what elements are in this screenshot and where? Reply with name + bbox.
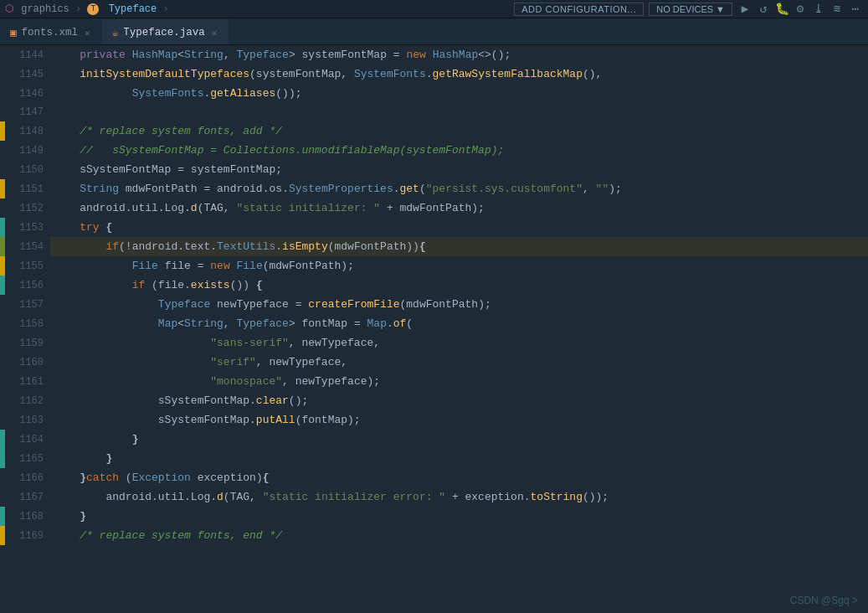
java-icon: ☕ — [112, 26, 119, 39]
tab-typeface-java-close[interactable]: ✕ — [210, 28, 219, 39]
line-content-1164: } — [50, 430, 868, 449]
table-row: 1162 sSystemFontMap.clear(); — [0, 391, 868, 410]
table-row: 1152 android.util.Log.d(TAG, "static ini… — [0, 198, 868, 218]
line-marker-teal — [0, 430, 5, 449]
line-content-1161: "monospace", newTypeface); — [50, 372, 868, 391]
line-content-1154: if(!android.text.TextUtils.isEmpty(mdwFo… — [50, 237, 868, 256]
line-content-1159: "sans-serif", newTypeface, — [50, 333, 868, 353]
line-content-1165: } — [50, 449, 868, 468]
toolbar-icons: ▶ ↺ 🐛 ⚙ ⤓ ≋ ⋯ — [737, 2, 863, 16]
table-row: 1151 String mdwFontPath = android.os.Sys… — [0, 179, 868, 198]
line-content-1147 — [50, 103, 868, 121]
line-content-1168: } — [50, 507, 868, 526]
table-row: 1156 if (file.exists()) { — [0, 276, 868, 295]
line-number-1160: 1160 — [0, 353, 50, 372]
no-devices-button[interactable]: NO DEVICES ▼ — [649, 3, 732, 16]
line-number-1144: 1144 — [0, 45, 50, 64]
tab-bar: ▣ fonts.xml ✕ ☕ Typeface.java ✕ — [0, 18, 868, 45]
line-number-1163: 1163 — [0, 410, 50, 430]
line-marker-yellow — [0, 179, 5, 198]
build-icon[interactable]: ⚙ — [793, 2, 808, 16]
line-number-1156: 1156 — [0, 276, 50, 295]
watermark: CSDN @Sgq > — [790, 595, 858, 606]
table-row: 1158 Map<String, Typeface> fontMap = Map… — [0, 314, 868, 333]
line-content-1158: Map<String, Typeface> fontMap = Map.of( — [50, 314, 868, 333]
run-icon[interactable]: ▶ — [737, 2, 752, 16]
line-number-1145: 1145 — [0, 64, 50, 84]
line-marker-teal — [0, 507, 5, 526]
breadcrumb-sep1: › — [75, 3, 87, 15]
table-row: 1145 initSystemDefaultTypefaces(systemFo… — [0, 64, 868, 84]
toolbar-right: ADD CONFIGURATION... NO DEVICES ▼ ▶ ↺ 🐛 … — [514, 2, 863, 16]
more-icon[interactable]: ⋯ — [848, 2, 863, 16]
table-row: 1159 "sans-serif", newTypeface, — [0, 333, 868, 353]
table-row: 1149 // sSystemFontMap = Collections.unm… — [0, 141, 868, 160]
table-row: 1155 File file = new File(mdwFontPath); — [0, 256, 868, 276]
profile-icon[interactable]: ≋ — [829, 2, 845, 16]
line-marker-olive — [0, 237, 5, 256]
line-content-1166: }catch (Exception exception){ — [50, 468, 868, 487]
tab-typeface-java-label: Typeface.java — [123, 27, 205, 39]
table-row: 1148 /* replace system fonts, add */ — [0, 121, 868, 141]
table-row: 1144 private HashMap<String, Typeface> s… — [0, 45, 868, 64]
tab-fonts-xml[interactable]: ▣ fonts.xml ✕ — [0, 19, 102, 44]
line-number-1157: 1157 — [0, 295, 50, 314]
line-content-1144: private HashMap<String, Typeface> system… — [50, 45, 868, 64]
code-area: 1144 private HashMap<String, Typeface> s… — [0, 45, 868, 613]
breadcrumb-sep2: › — [162, 3, 168, 15]
line-content-1151: String mdwFontPath = android.os.SystemPr… — [50, 179, 868, 198]
line-content-1163: sSystemFontMap.putAll(fontMap); — [50, 410, 868, 430]
table-row: 1157 Typeface newTypeface = createFromFi… — [0, 295, 868, 314]
line-content-1153: try { — [50, 218, 868, 237]
line-number-1148: 1148 — [0, 121, 50, 141]
refresh-icon[interactable]: ↺ — [756, 2, 771, 16]
line-marker-yellow — [0, 256, 5, 276]
graphics-icon: ⬡ — [5, 3, 13, 15]
line-number-1169: 1169 — [0, 526, 50, 545]
line-content-1162: sSystemFontMap.clear(); — [50, 391, 868, 410]
line-number-1152: 1152 — [0, 198, 50, 218]
breadcrumb-graphics[interactable]: graphics — [21, 3, 69, 15]
table-row: 1154 if(!android.text.TextUtils.isEmpty(… — [0, 237, 868, 256]
line-number-1155: 1155 — [0, 256, 50, 276]
line-content-1155: File file = new File(mdwFontPath); — [50, 256, 868, 276]
table-row: 1153 try { — [0, 218, 868, 237]
line-content-1145: initSystemDefaultTypefaces(systemFontMap… — [50, 64, 868, 84]
table-row: 1168 } — [0, 507, 868, 526]
table-row: 1163 sSystemFontMap.putAll(fontMap); — [0, 410, 868, 430]
line-number-1168: 1168 — [0, 507, 50, 526]
table-row: 1166 }catch (Exception exception){ — [0, 468, 868, 487]
table-row: 1169 /* replace system fonts, end */ — [0, 526, 868, 545]
line-number-1154: 1154 — [0, 237, 50, 256]
table-row: 1160 "serif", newTypeface, — [0, 353, 868, 372]
line-content-1167: android.util.Log.d(TAG, "static initiali… — [50, 487, 868, 507]
table-row: 1165 } — [0, 449, 868, 468]
tab-fonts-xml-label: fonts.xml — [22, 27, 79, 39]
table-row: 1167 android.util.Log.d(TAG, "static ini… — [0, 487, 868, 507]
breadcrumb-typeface[interactable]: Typeface — [109, 3, 157, 15]
xml-icon: ▣ — [10, 26, 17, 39]
line-number-1165: 1165 — [0, 449, 50, 468]
typeface-badge-icon: T — [87, 3, 99, 15]
tab-fonts-xml-close[interactable]: ✕ — [83, 28, 92, 39]
line-content-1152: android.util.Log.d(TAG, "static initiali… — [50, 198, 868, 218]
line-content-1146: SystemFonts.getAliases()); — [50, 84, 868, 103]
add-configuration-button[interactable]: ADD CONFIGURATION... — [514, 3, 644, 16]
table-row: 1150 sSystemFontMap = systemFontMap; — [0, 160, 868, 179]
line-number-1166: 1166 — [0, 468, 50, 487]
line-marker-yellow — [0, 121, 5, 141]
table-row: 1146 SystemFonts.getAliases()); — [0, 84, 868, 103]
line-number-1153: 1153 — [0, 218, 50, 237]
line-number-1149: 1149 — [0, 141, 50, 160]
line-number-1158: 1158 — [0, 314, 50, 333]
line-number-1146: 1146 — [0, 84, 50, 103]
table-row: 1147 — [0, 103, 868, 121]
line-content-1148: /* replace system fonts, add */ — [50, 121, 868, 141]
line-number-1147: 1147 — [0, 103, 50, 121]
tab-typeface-java[interactable]: ☕ Typeface.java ✕ — [102, 19, 229, 44]
breadcrumb-area: ⬡ graphics › T Typeface › — [5, 3, 511, 15]
attach-icon[interactable]: ⤓ — [811, 2, 826, 16]
bug-icon[interactable]: 🐛 — [774, 2, 789, 16]
line-number-1164: 1164 — [0, 430, 50, 449]
table-row: 1164 } — [0, 430, 868, 449]
